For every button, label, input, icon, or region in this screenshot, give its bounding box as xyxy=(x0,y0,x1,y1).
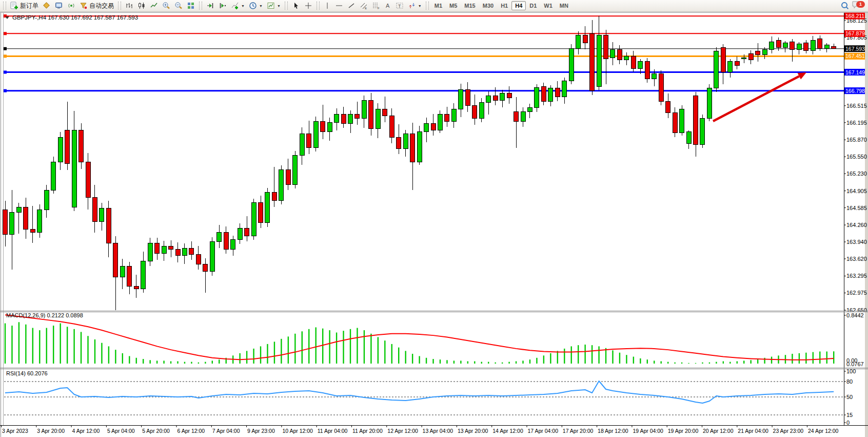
text-tool[interactable]: A xyxy=(382,0,393,11)
svg-text:17 Apr 20:00: 17 Apr 20:00 xyxy=(563,428,594,434)
svg-text:0: 0 xyxy=(846,420,850,426)
indicators-add-icon xyxy=(231,2,239,10)
trendline-tool[interactable] xyxy=(345,0,358,11)
line-handle[interactable] xyxy=(4,32,7,35)
toolbar-grip[interactable] xyxy=(3,2,6,10)
chart-shift-icon xyxy=(219,2,227,10)
svg-text:166.515: 166.515 xyxy=(846,103,867,109)
timeframe-h4[interactable]: H4 xyxy=(511,1,526,10)
market-watch-button[interactable] xyxy=(53,0,65,11)
svg-text:13 Apr 20:00: 13 Apr 20:00 xyxy=(458,428,488,434)
svg-text:E: E xyxy=(365,7,367,10)
chevron-down-icon: ▼ xyxy=(259,4,263,8)
line-handle[interactable] xyxy=(4,47,7,50)
macd-label: MACD(12,26,9) 0.2122 0.0898 xyxy=(6,312,83,318)
equidistant-channel-tool[interactable]: E xyxy=(358,0,370,11)
auto-scroll-icon xyxy=(206,2,214,10)
svg-text:12 Apr 12:00: 12 Apr 12:00 xyxy=(387,428,418,434)
horizontal-line-icon xyxy=(335,2,343,10)
tile-windows-icon xyxy=(187,2,195,10)
auto-trading-button[interactable]: 自动交易 xyxy=(77,0,116,11)
svg-text:7 Apr 04:00: 7 Apr 04:00 xyxy=(212,428,240,434)
svg-text:164.905: 164.905 xyxy=(846,188,867,194)
template-icon xyxy=(267,2,275,10)
templates-button[interactable]: ▼ xyxy=(265,0,283,11)
crosshair-icon xyxy=(304,2,312,10)
gold-diamond-icon xyxy=(43,2,51,10)
arrows-tool[interactable]: ▼ xyxy=(406,0,424,11)
fibonacci-tool[interactable]: F xyxy=(370,0,382,11)
svg-text:167.593: 167.593 xyxy=(845,46,865,52)
signals-button[interactable] xyxy=(65,0,77,11)
svg-text:4 Apr 12:00: 4 Apr 12:00 xyxy=(72,428,100,434)
svg-text:164.585: 164.585 xyxy=(846,205,867,211)
new-order-label: 新订单 xyxy=(20,2,38,10)
auto-scroll-button[interactable] xyxy=(204,0,216,11)
line-handle[interactable] xyxy=(4,54,7,58)
text-label-tool[interactable]: T xyxy=(393,0,406,11)
svg-text:167.451: 167.451 xyxy=(845,53,865,59)
candlestick-chart-button[interactable] xyxy=(135,0,148,11)
mt4-window: 新订单 自动交易 ▼ ▼ ▼ E F A T ▼ M1M xyxy=(0,0,868,437)
svg-text:166.798: 166.798 xyxy=(845,88,865,94)
toolbar-grip[interactable] xyxy=(285,2,288,10)
chat-button[interactable]: 1 xyxy=(852,1,867,11)
crosshair-tool-button[interactable] xyxy=(302,0,314,11)
horizontal-line-tool[interactable] xyxy=(333,0,345,11)
notification-badge[interactable]: 1 xyxy=(856,1,865,8)
svg-text:167.879: 167.879 xyxy=(845,30,865,36)
toolbar-grip[interactable] xyxy=(199,2,202,10)
timeframe-m1[interactable]: M1 xyxy=(431,1,446,10)
monitor-icon xyxy=(55,2,63,10)
tile-windows-button[interactable] xyxy=(185,0,197,11)
search-button[interactable] xyxy=(838,0,852,11)
toolbar-grip[interactable] xyxy=(118,2,121,10)
toolbar-grip[interactable] xyxy=(317,2,320,10)
svg-text:100: 100 xyxy=(846,368,856,374)
timeframe-m30[interactable]: M30 xyxy=(479,1,497,10)
svg-text:23 Apr 23:00: 23 Apr 23:00 xyxy=(773,428,804,434)
svg-text:20 Apr 12:00: 20 Apr 12:00 xyxy=(703,428,734,434)
chart-canvas: 168.125167.805166.515166.195165.870165.5… xyxy=(0,0,868,437)
svg-text:18 Apr 12:00: 18 Apr 12:00 xyxy=(598,428,628,434)
new-order-button[interactable]: 新订单 xyxy=(8,0,41,11)
quotes-button[interactable] xyxy=(41,0,53,11)
zoom-out-button[interactable] xyxy=(172,0,185,11)
rsi-label: RSI(14) 60.2076 xyxy=(6,370,48,376)
zoom-in-button[interactable] xyxy=(160,0,172,11)
zoom-out-icon xyxy=(174,2,183,10)
svg-text:19 Apr 04:00: 19 Apr 04:00 xyxy=(633,428,663,434)
svg-text:17 Apr 04:00: 17 Apr 04:00 xyxy=(528,428,559,434)
vertical-line-tool[interactable] xyxy=(322,0,333,11)
candlestick-icon xyxy=(137,2,146,10)
line-chart-button[interactable] xyxy=(148,0,160,11)
svg-text:168.211: 168.211 xyxy=(845,13,864,19)
toolbar-grip[interactable] xyxy=(426,2,429,10)
line-chart-icon xyxy=(150,2,158,10)
svg-text:3 Apr 20:00: 3 Apr 20:00 xyxy=(37,428,65,434)
svg-text:15: 15 xyxy=(846,412,853,418)
timeframe-w1[interactable]: W1 xyxy=(540,1,556,10)
timeframe-m5[interactable]: M5 xyxy=(446,1,461,10)
bar-chart-button[interactable] xyxy=(123,0,135,11)
auto-trading-label: 自动交易 xyxy=(89,2,114,10)
chart-shift-button[interactable] xyxy=(216,0,229,11)
svg-text:167.149: 167.149 xyxy=(845,69,865,75)
line-handle[interactable] xyxy=(4,89,7,92)
svg-text:80: 80 xyxy=(846,378,853,385)
zoom-in-icon xyxy=(162,2,170,10)
timeframe-mn[interactable]: MN xyxy=(556,1,572,10)
svg-text:9 Apr 23:00: 9 Apr 23:00 xyxy=(247,428,275,434)
timeframe-h1[interactable]: H1 xyxy=(497,1,511,10)
timeframe-d1[interactable]: D1 xyxy=(526,1,540,10)
bar-chart-icon xyxy=(125,2,133,10)
periods-button[interactable]: ▼ xyxy=(247,0,265,11)
main-toolbar: 新订单 自动交易 ▼ ▼ ▼ E F A T ▼ M1M xyxy=(0,0,868,12)
line-handle[interactable] xyxy=(4,71,7,74)
timeframe-m15[interactable]: M15 xyxy=(461,1,479,10)
signal-icon xyxy=(67,2,75,10)
svg-text:163.295: 163.295 xyxy=(846,273,867,279)
indicators-button[interactable]: ▼ xyxy=(229,0,247,11)
svg-text:3 Apr 2023: 3 Apr 2023 xyxy=(2,428,28,434)
cursor-tool-button[interactable] xyxy=(290,0,302,11)
